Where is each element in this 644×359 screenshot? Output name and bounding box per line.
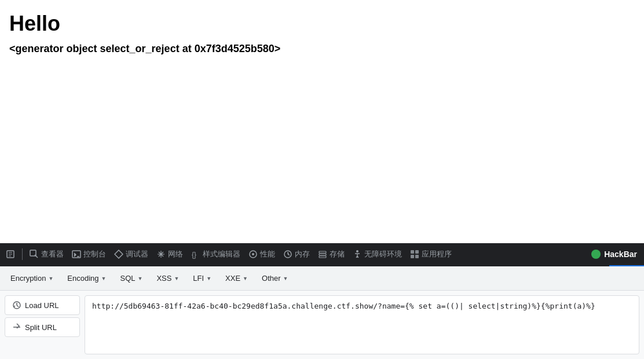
sql-menu-btn[interactable]: SQL ▼: [114, 270, 148, 286]
devtools-console-btn[interactable]: 控制台: [68, 247, 109, 262]
split-url-icon: [12, 323, 21, 332]
devtools-bar-wrapper: 查看器 控制台 调试器 网络 {} 样式编辑器 性能 内存 存储: [0, 243, 644, 266]
devtools-storage-btn[interactable]: 存储: [314, 247, 348, 262]
devtools-cursor-btn[interactable]: [2, 247, 19, 261]
other-label: Other: [262, 274, 281, 283]
sql-label: SQL: [120, 274, 135, 283]
xxe-menu-btn[interactable]: XXE ▼: [219, 270, 254, 286]
xss-label: XSS: [156, 274, 171, 283]
console-label: 控制台: [83, 249, 106, 259]
svg-rect-12: [415, 250, 419, 254]
apps-icon: [410, 250, 419, 259]
svg-rect-8: [319, 254, 326, 255]
url-input[interactable]: [85, 295, 639, 354]
load-url-label: Load URL: [25, 301, 59, 310]
hackbar-devtools-label: HackBar: [604, 250, 637, 259]
xss-chevron: ▼: [174, 276, 179, 281]
storage-icon: [318, 250, 327, 259]
load-url-button[interactable]: Load URL: [5, 295, 80, 315]
encoding-label: Encoding: [67, 274, 98, 283]
style-icon: {}: [191, 250, 200, 259]
devtools-memory-btn[interactable]: 内存: [280, 247, 313, 262]
memory-label: 内存: [295, 249, 310, 259]
accessibility-label: 无障碍环境: [364, 249, 402, 259]
hackbar-status-dot: [591, 250, 601, 259]
svg-rect-7: [319, 251, 326, 253]
svg-rect-14: [415, 255, 419, 258]
devtools-inspector-btn[interactable]: 查看器: [26, 247, 67, 262]
svg-point-5: [252, 253, 254, 255]
inspector-icon: [30, 250, 39, 259]
apps-label: 应用程序: [422, 249, 452, 259]
split-url-label: Split URL: [25, 323, 57, 332]
lfi-label: LFI: [193, 274, 204, 283]
active-tab-indicator: [609, 265, 644, 266]
lfi-menu-btn[interactable]: LFI ▼: [187, 270, 217, 286]
hackbar-main: Load URL Split URL: [0, 291, 644, 359]
svg-text:{}: {}: [192, 251, 196, 259]
inspector-label: 查看器: [41, 249, 64, 259]
xxe-label: XXE: [225, 274, 240, 283]
svg-rect-13: [411, 255, 414, 258]
encryption-label: Encryption: [10, 274, 46, 283]
storage-label: 存储: [330, 249, 345, 259]
encryption-chevron: ▼: [48, 276, 53, 281]
devtools-accessibility-btn[interactable]: 无障碍环境: [349, 247, 405, 262]
devtools-style-btn[interactable]: {} 样式编辑器: [188, 247, 244, 262]
encryption-menu-btn[interactable]: Encryption ▼: [5, 270, 59, 286]
devtools-network-btn[interactable]: 网络: [153, 247, 186, 262]
other-chevron: ▼: [283, 276, 288, 281]
console-icon: [72, 250, 81, 259]
other-menu-btn[interactable]: Other ▼: [256, 270, 294, 286]
svg-rect-9: [319, 256, 326, 258]
page-subtitle: <generator object select_or_reject at 0x…: [9, 43, 635, 55]
xxe-chevron: ▼: [243, 276, 248, 281]
hackbar-url-area: [85, 295, 639, 354]
accessibility-icon: [353, 250, 362, 259]
main-content: Hello <generator object select_or_reject…: [0, 0, 644, 243]
load-url-icon: [12, 301, 21, 310]
network-label: 网络: [168, 249, 183, 259]
performance-label: 性能: [260, 249, 275, 259]
encoding-menu-btn[interactable]: Encoding ▼: [61, 270, 112, 286]
devtools-separator: [22, 248, 23, 260]
page-title: Hello: [9, 12, 635, 36]
devtools-debugger-btn[interactable]: 调试器: [111, 247, 152, 262]
split-url-button[interactable]: Split URL: [5, 317, 80, 337]
hackbar-toolbar: Encryption ▼ Encoding ▼ SQL ▼ XSS ▼ LFI …: [0, 266, 644, 291]
memory-icon: [283, 250, 292, 259]
debugger-label: 调试器: [126, 249, 148, 259]
network-icon: [156, 250, 166, 259]
performance-icon: [248, 250, 258, 259]
devtools-bar: 查看器 控制台 调试器 网络 {} 样式编辑器 性能 内存 存储: [0, 243, 644, 266]
lfi-chevron: ▼: [206, 276, 211, 281]
svg-rect-11: [411, 250, 414, 254]
svg-point-10: [356, 250, 358, 252]
style-label: 样式编辑器: [203, 249, 240, 259]
hackbar-buttons: Load URL Split URL: [5, 295, 80, 354]
devtools-performance-btn[interactable]: 性能: [245, 247, 279, 262]
debugger-icon: [114, 250, 123, 259]
sql-chevron: ▼: [138, 276, 143, 281]
hackbar-devtools-btn[interactable]: HackBar: [587, 247, 642, 261]
xss-menu-btn[interactable]: XSS ▼: [151, 270, 185, 286]
devtools-apps-btn[interactable]: 应用程序: [407, 247, 455, 262]
cursor-icon: [6, 250, 15, 259]
encoding-chevron: ▼: [101, 276, 107, 281]
